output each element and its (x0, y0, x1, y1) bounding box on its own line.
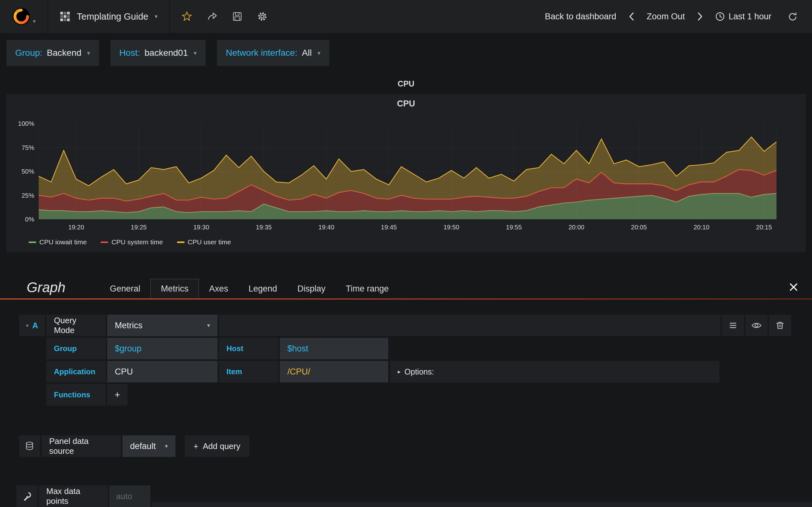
back-to-dashboard-link[interactable]: Back to dashboard (545, 12, 616, 21)
graph-panel-title[interactable]: CPU (6, 94, 806, 109)
chevron-right-icon (697, 12, 703, 21)
host-input[interactable]: $host (280, 338, 388, 359)
variable-label: Network interface: (226, 48, 298, 58)
toggle-query-visibility-button[interactable] (745, 315, 768, 336)
max-data-points-label: Max data points (39, 486, 108, 507)
legend-item[interactable]: CPU iowait time (29, 238, 87, 246)
variable-dropdown-network-interface[interactable]: Network interface:All▾ (217, 40, 329, 66)
dashboard-title-menu[interactable]: Templating Guide ▾ (48, 0, 170, 33)
editor-header: Graph GeneralMetricsAxesLegendDisplayTim… (0, 272, 812, 298)
star-button[interactable] (182, 11, 192, 21)
refresh-button[interactable] (788, 12, 798, 21)
grafana-logo-menu[interactable]: ▾ (0, 0, 48, 33)
dashboard-title: Templating Guide (77, 11, 148, 22)
close-icon (789, 283, 798, 291)
trash-icon (775, 321, 784, 330)
application-input[interactable]: CPU (107, 361, 217, 383)
variable-value: Backend (47, 48, 82, 58)
group-label: Group (46, 338, 106, 359)
caret-down-icon: ▾ (207, 322, 210, 329)
datasource-select[interactable]: default ▾ (122, 435, 175, 457)
x-tick-label: 19:25 (131, 224, 147, 231)
tab-display[interactable]: Display (287, 279, 336, 298)
x-axis: 19:2019:2519:3019:3519:4019:4519:5019:55… (39, 224, 776, 232)
save-icon (233, 12, 242, 21)
add-function-button[interactable]: + (107, 384, 128, 406)
zoom-out-button[interactable]: Zoom Out (647, 12, 685, 21)
database-icon (25, 441, 34, 451)
x-tick-label: 19:20 (68, 224, 84, 231)
query-row-functions: Functions + (46, 384, 791, 406)
dashboard-icon (60, 11, 70, 22)
navbar: ▾ Templating Guide ▾ (0, 0, 812, 33)
chevron-left-icon (628, 12, 635, 21)
legend-swatch (177, 241, 185, 243)
x-tick-label: 20:15 (756, 224, 772, 231)
variable-label: Group: (15, 48, 43, 58)
next-row-partial (152, 502, 812, 507)
editor-tabs: GeneralMetricsAxesLegendDisplayTime rang… (100, 279, 399, 298)
query-row-application-item: Application CPU Item /CPU/ ▸ Options: (46, 361, 791, 383)
caret-down-icon: ▾ (87, 49, 90, 57)
close-editor-button[interactable] (789, 283, 798, 291)
item-input[interactable]: /CPU/ (280, 361, 388, 383)
tab-axes[interactable]: Axes (199, 279, 238, 298)
query-collapse-toggle[interactable]: ▾ A (19, 315, 45, 336)
query-mode-select[interactable]: Metrics ▾ (107, 315, 217, 336)
time-range-label: Last 1 hour (728, 12, 771, 21)
star-icon (182, 11, 192, 21)
functions-label: Functions (46, 384, 106, 406)
variable-dropdown-group[interactable]: Group:Backend▾ (6, 40, 99, 66)
grafana-logo-icon (12, 7, 31, 26)
share-button[interactable] (207, 11, 217, 21)
application-label: Application (46, 361, 106, 383)
shift-time-forward-button[interactable] (697, 12, 703, 21)
add-query-button[interactable]: + Add query (185, 435, 249, 457)
x-tick-label: 20:05 (631, 224, 647, 231)
group-input[interactable]: $group (107, 338, 217, 359)
variable-dropdown-host[interactable]: Host:backend01▾ (110, 40, 206, 66)
query-mode-label: Query Mode (46, 315, 106, 336)
y-tick-label: 0% (25, 216, 34, 223)
menu-icon (728, 321, 738, 330)
x-tick-label: 19:55 (506, 224, 522, 231)
eye-icon (751, 321, 762, 330)
active-tab-underline (0, 298, 812, 299)
tab-legend[interactable]: Legend (238, 279, 287, 298)
plot-area: 0%25%50%75%100% 19:2019:2519:3019:3519:4… (39, 124, 776, 219)
delete-query-button[interactable] (769, 315, 791, 336)
time-range-picker[interactable]: Last 1 hour (715, 12, 771, 21)
y-tick-label: 75% (21, 144, 34, 151)
caret-down-icon: ▾ (194, 49, 197, 57)
share-icon (207, 11, 217, 21)
x-tick-label: 19:35 (256, 224, 272, 231)
refresh-icon (788, 12, 798, 21)
tab-metrics[interactable]: Metrics (150, 279, 199, 298)
shift-time-back-button[interactable] (628, 12, 635, 21)
query-row-header: ▾ A Query Mode Metrics ▾ (19, 315, 791, 336)
query-menu-button[interactable] (722, 315, 744, 336)
variable-label: Host: (119, 48, 140, 58)
x-tick-label: 19:45 (381, 224, 397, 231)
caret-down-icon: ▾ (26, 323, 29, 329)
max-data-points-input[interactable] (109, 486, 150, 507)
plus-icon: + (194, 441, 198, 451)
save-button[interactable] (233, 12, 242, 21)
legend-item[interactable]: CPU system time (101, 238, 163, 246)
cpu-graph[interactable] (39, 124, 776, 219)
grafana-app: ▾ Templating Guide ▾ (0, 0, 812, 507)
panel-fullscreen-title: CPU (0, 77, 812, 90)
item-label: Item (219, 361, 278, 383)
settings-button[interactable] (257, 11, 267, 21)
caret-down-icon: ▾ (33, 18, 36, 25)
options-toggle[interactable]: ▸ Options: (390, 361, 719, 383)
tab-general[interactable]: General (100, 279, 150, 298)
legend-swatch (101, 241, 108, 243)
tab-time-range[interactable]: Time range (336, 279, 399, 298)
query-editor: ▾ A Query Mode Metrics ▾ (19, 315, 791, 406)
legend-label: CPU user time (188, 238, 231, 246)
graph-legend: CPU iowait timeCPU system timeCPU user t… (29, 238, 231, 246)
caret-down-icon: ▾ (155, 13, 158, 20)
y-tick-label: 100% (18, 120, 34, 127)
legend-item[interactable]: CPU user time (177, 238, 231, 246)
